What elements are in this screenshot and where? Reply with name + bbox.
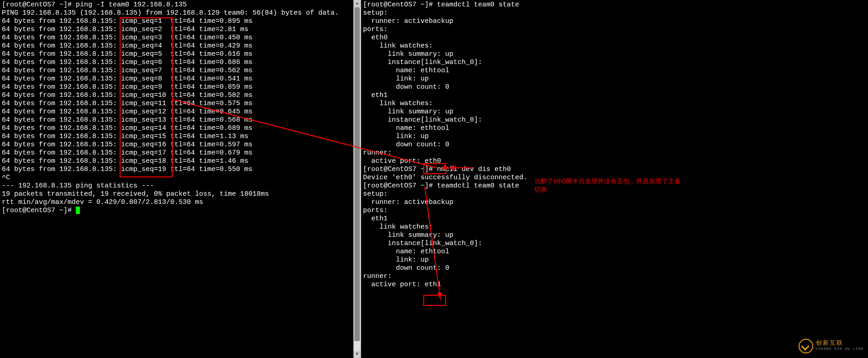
scroll-down-icon[interactable]: ▼ (353, 351, 361, 358)
left-scrollbar[interactable]: ▲ ▼ (353, 0, 361, 358)
highlight-active-port-eth1 (423, 295, 446, 306)
logo-icon (799, 339, 813, 353)
annotation-text: 当断了eth0网卡后发现并没有丢包，并且实现了主备 切换 (534, 177, 708, 193)
left-terminal-output[interactable]: [root@CentOS7 ~]# ping -I team0 192.168.… (0, 0, 361, 216)
annotation-line1: 当断了eth0网卡后发现并没有丢包，并且实现了主备 (534, 177, 681, 185)
left-terminal-pane[interactable]: [root@CentOS7 ~]# ping -I team0 192.168.… (0, 0, 361, 358)
logo-en-text: CHUANG XIN HU LIAN (816, 346, 863, 352)
cursor (76, 207, 80, 214)
scroll-up-icon[interactable]: ▲ (353, 0, 361, 7)
logo-cn-text: 创新互联 (816, 341, 863, 346)
annotation-line2: 切换 (534, 186, 547, 193)
watermark-logo: 创新互联 CHUANG XIN HU LIAN (799, 339, 863, 353)
left-scroll-thumb[interactable] (354, 7, 360, 341)
right-terminal-output[interactable]: [root@CentOS7 ~]# teamdctl team0 state s… (361, 0, 868, 290)
